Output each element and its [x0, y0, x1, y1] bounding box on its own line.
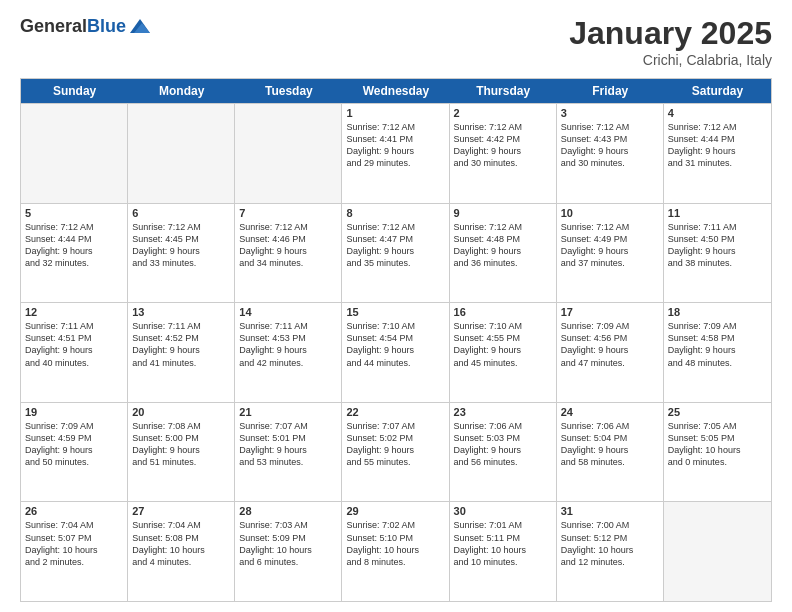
calendar-cell: 5Sunrise: 7:12 AMSunset: 4:44 PMDaylight…: [21, 204, 128, 303]
day-number: 26: [25, 505, 123, 517]
cell-details: Sunrise: 7:12 AMSunset: 4:47 PMDaylight:…: [346, 221, 444, 270]
cell-details: Sunrise: 7:10 AMSunset: 4:54 PMDaylight:…: [346, 320, 444, 369]
calendar-cell: 19Sunrise: 7:09 AMSunset: 4:59 PMDayligh…: [21, 403, 128, 502]
cell-details: Sunrise: 7:03 AMSunset: 5:09 PMDaylight:…: [239, 519, 337, 568]
day-number: 6: [132, 207, 230, 219]
weekday-header: Monday: [128, 79, 235, 103]
day-number: 13: [132, 306, 230, 318]
day-number: 28: [239, 505, 337, 517]
calendar-cell: 23Sunrise: 7:06 AMSunset: 5:03 PMDayligh…: [450, 403, 557, 502]
cell-details: Sunrise: 7:04 AMSunset: 5:07 PMDaylight:…: [25, 519, 123, 568]
month-title: January 2025: [569, 15, 772, 52]
day-number: 7: [239, 207, 337, 219]
weekday-header: Friday: [557, 79, 664, 103]
day-number: 29: [346, 505, 444, 517]
calendar-row: 12Sunrise: 7:11 AMSunset: 4:51 PMDayligh…: [21, 302, 771, 402]
day-number: 9: [454, 207, 552, 219]
day-number: 4: [668, 107, 767, 119]
day-number: 19: [25, 406, 123, 418]
cell-details: Sunrise: 7:02 AMSunset: 5:10 PMDaylight:…: [346, 519, 444, 568]
cell-details: Sunrise: 7:11 AMSunset: 4:52 PMDaylight:…: [132, 320, 230, 369]
calendar-cell: 27Sunrise: 7:04 AMSunset: 5:08 PMDayligh…: [128, 502, 235, 601]
day-number: 2: [454, 107, 552, 119]
day-number: 27: [132, 505, 230, 517]
cell-details: Sunrise: 7:07 AMSunset: 5:02 PMDaylight:…: [346, 420, 444, 469]
calendar-cell: [235, 104, 342, 203]
calendar-cell: 6Sunrise: 7:12 AMSunset: 4:45 PMDaylight…: [128, 204, 235, 303]
cell-details: Sunrise: 7:07 AMSunset: 5:01 PMDaylight:…: [239, 420, 337, 469]
weekday-header: Sunday: [21, 79, 128, 103]
day-number: 25: [668, 406, 767, 418]
cell-details: Sunrise: 7:12 AMSunset: 4:45 PMDaylight:…: [132, 221, 230, 270]
cell-details: Sunrise: 7:00 AMSunset: 5:12 PMDaylight:…: [561, 519, 659, 568]
calendar-body: 1Sunrise: 7:12 AMSunset: 4:41 PMDaylight…: [21, 103, 771, 601]
cell-details: Sunrise: 7:01 AMSunset: 5:11 PMDaylight:…: [454, 519, 552, 568]
calendar-cell: 20Sunrise: 7:08 AMSunset: 5:00 PMDayligh…: [128, 403, 235, 502]
calendar-row: 26Sunrise: 7:04 AMSunset: 5:07 PMDayligh…: [21, 501, 771, 601]
cell-details: Sunrise: 7:09 AMSunset: 4:59 PMDaylight:…: [25, 420, 123, 469]
calendar-cell: [664, 502, 771, 601]
calendar-cell: 31Sunrise: 7:00 AMSunset: 5:12 PMDayligh…: [557, 502, 664, 601]
calendar: SundayMondayTuesdayWednesdayThursdayFrid…: [20, 78, 772, 602]
day-number: 5: [25, 207, 123, 219]
day-number: 14: [239, 306, 337, 318]
day-number: 17: [561, 306, 659, 318]
weekday-header: Saturday: [664, 79, 771, 103]
calendar-cell: 15Sunrise: 7:10 AMSunset: 4:54 PMDayligh…: [342, 303, 449, 402]
cell-details: Sunrise: 7:08 AMSunset: 5:00 PMDaylight:…: [132, 420, 230, 469]
location-subtitle: Crichi, Calabria, Italy: [569, 52, 772, 68]
calendar-cell: 22Sunrise: 7:07 AMSunset: 5:02 PMDayligh…: [342, 403, 449, 502]
cell-details: Sunrise: 7:12 AMSunset: 4:48 PMDaylight:…: [454, 221, 552, 270]
calendar-cell: 17Sunrise: 7:09 AMSunset: 4:56 PMDayligh…: [557, 303, 664, 402]
cell-details: Sunrise: 7:12 AMSunset: 4:44 PMDaylight:…: [25, 221, 123, 270]
calendar-cell: [128, 104, 235, 203]
cell-details: Sunrise: 7:05 AMSunset: 5:05 PMDaylight:…: [668, 420, 767, 469]
calendar-cell: 10Sunrise: 7:12 AMSunset: 4:49 PMDayligh…: [557, 204, 664, 303]
day-number: 15: [346, 306, 444, 318]
calendar-header: SundayMondayTuesdayWednesdayThursdayFrid…: [21, 79, 771, 103]
cell-details: Sunrise: 7:09 AMSunset: 4:56 PMDaylight:…: [561, 320, 659, 369]
calendar-cell: 16Sunrise: 7:10 AMSunset: 4:55 PMDayligh…: [450, 303, 557, 402]
calendar-cell: 4Sunrise: 7:12 AMSunset: 4:44 PMDaylight…: [664, 104, 771, 203]
page: GeneralBlue January 2025 Crichi, Calabri…: [0, 0, 792, 612]
weekday-header: Tuesday: [235, 79, 342, 103]
calendar-cell: 8Sunrise: 7:12 AMSunset: 4:47 PMDaylight…: [342, 204, 449, 303]
cell-details: Sunrise: 7:04 AMSunset: 5:08 PMDaylight:…: [132, 519, 230, 568]
calendar-cell: 7Sunrise: 7:12 AMSunset: 4:46 PMDaylight…: [235, 204, 342, 303]
weekday-header: Thursday: [450, 79, 557, 103]
day-number: 16: [454, 306, 552, 318]
calendar-cell: 26Sunrise: 7:04 AMSunset: 5:07 PMDayligh…: [21, 502, 128, 601]
calendar-cell: 1Sunrise: 7:12 AMSunset: 4:41 PMDaylight…: [342, 104, 449, 203]
calendar-cell: 25Sunrise: 7:05 AMSunset: 5:05 PMDayligh…: [664, 403, 771, 502]
cell-details: Sunrise: 7:12 AMSunset: 4:44 PMDaylight:…: [668, 121, 767, 170]
day-number: 24: [561, 406, 659, 418]
day-number: 11: [668, 207, 767, 219]
cell-details: Sunrise: 7:11 AMSunset: 4:50 PMDaylight:…: [668, 221, 767, 270]
calendar-row: 1Sunrise: 7:12 AMSunset: 4:41 PMDaylight…: [21, 103, 771, 203]
day-number: 30: [454, 505, 552, 517]
header: GeneralBlue January 2025 Crichi, Calabri…: [20, 15, 772, 68]
cell-details: Sunrise: 7:12 AMSunset: 4:46 PMDaylight:…: [239, 221, 337, 270]
calendar-cell: 18Sunrise: 7:09 AMSunset: 4:58 PMDayligh…: [664, 303, 771, 402]
weekday-header: Wednesday: [342, 79, 449, 103]
calendar-cell: 28Sunrise: 7:03 AMSunset: 5:09 PMDayligh…: [235, 502, 342, 601]
logo-blue: Blue: [87, 16, 126, 36]
day-number: 18: [668, 306, 767, 318]
day-number: 3: [561, 107, 659, 119]
cell-details: Sunrise: 7:11 AMSunset: 4:53 PMDaylight:…: [239, 320, 337, 369]
cell-details: Sunrise: 7:10 AMSunset: 4:55 PMDaylight:…: [454, 320, 552, 369]
day-number: 20: [132, 406, 230, 418]
cell-details: Sunrise: 7:06 AMSunset: 5:03 PMDaylight:…: [454, 420, 552, 469]
calendar-cell: 30Sunrise: 7:01 AMSunset: 5:11 PMDayligh…: [450, 502, 557, 601]
logo-icon: [128, 15, 152, 39]
day-number: 31: [561, 505, 659, 517]
day-number: 12: [25, 306, 123, 318]
calendar-cell: 3Sunrise: 7:12 AMSunset: 4:43 PMDaylight…: [557, 104, 664, 203]
calendar-cell: 2Sunrise: 7:12 AMSunset: 4:42 PMDaylight…: [450, 104, 557, 203]
logo-general: General: [20, 16, 87, 36]
cell-details: Sunrise: 7:06 AMSunset: 5:04 PMDaylight:…: [561, 420, 659, 469]
calendar-cell: 21Sunrise: 7:07 AMSunset: 5:01 PMDayligh…: [235, 403, 342, 502]
day-number: 1: [346, 107, 444, 119]
cell-details: Sunrise: 7:12 AMSunset: 4:41 PMDaylight:…: [346, 121, 444, 170]
calendar-cell: 11Sunrise: 7:11 AMSunset: 4:50 PMDayligh…: [664, 204, 771, 303]
